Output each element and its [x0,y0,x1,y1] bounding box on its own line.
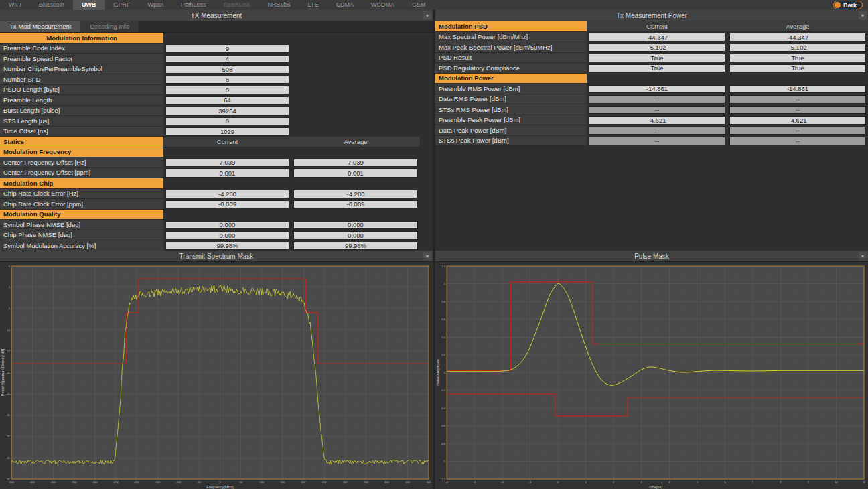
measurement-subtabs: Tx Mod MeasurementDecoding Info [0,21,433,33]
empty-cell [420,64,433,75]
chevron-down-icon: ▼ [861,13,865,18]
empty-cell [420,210,433,220]
row-label: Max Peak Spectral Power [dBm/50MHz] [435,42,587,53]
row-label: Preamble Code Index [0,44,163,54]
nav-tab-lte[interactable]: LTE [299,0,328,10]
row-label: Chip Rate Clock Error [Hz] [0,189,163,200]
svg-text:-3: -3 [474,480,476,484]
empty-cell [420,137,433,147]
svg-text:0.8: 0.8 [441,300,445,303]
empty-cell [291,127,420,137]
svg-text:0.4: 0.4 [441,336,445,339]
svg-text:450: 450 [406,480,411,484]
svg-text:-0.6: -0.6 [441,424,446,427]
row-label: Center Frequency Offset [Hz] [0,157,163,168]
nav-tab-pathloss[interactable]: PathLoss [172,0,215,10]
empty-cell [420,44,433,54]
panel-collapse-button[interactable]: ▼ [859,252,867,260]
value-cell-average: 0.001 [293,169,418,178]
value-cell: 0 [165,86,289,94]
svg-text:0.6: 0.6 [441,318,445,321]
svg-text:7: 7 [752,480,754,484]
svg-text:-15: -15 [6,350,11,353]
svg-text:5: 5 [9,265,11,268]
svg-text:0: 0 [557,480,559,484]
empty-cell [163,33,291,44]
svg-text:0: 0 [444,371,446,374]
empty-cell [420,95,433,106]
empty-cell [420,199,433,210]
empty-cell [420,74,433,85]
svg-text:-25: -25 [6,392,11,395]
svg-text:150: 150 [281,480,285,484]
svg-text:-30: -30 [6,413,11,417]
section-label: Statics [0,137,163,147]
panel-collapse-button[interactable]: ▼ [859,11,867,19]
chart-grid [11,266,429,479]
empty-cell [420,240,433,251]
empty-cell [291,178,420,189]
chevron-down-icon: ▼ [425,254,430,259]
row-label: STS Length [us] [0,116,163,127]
value-cell-current: 99.98% [165,242,289,251]
empty-cell [420,189,433,200]
y-axis-label: Power Spectrum Density[dB] [1,348,5,396]
row-label: PSDU Length [byte] [0,85,163,96]
empty-cell [420,54,433,64]
row-label: Preamble Length [0,95,163,106]
empty-cell [163,178,291,189]
pulse-chart-canvas[interactable]: -4-3-2-1012345678910111.210.80.60.40.20-… [435,262,868,489]
row-label: Data Peak Power [dBm] [435,125,587,136]
panel-collapse-button[interactable]: ▼ [423,252,431,260]
column-header-current: Current [587,21,727,32]
tab-tx-mod-measurement[interactable]: Tx Mod Measurement [0,21,80,32]
value-cell-average: -5.102 [729,44,866,52]
x-axis-label: Time[ns] [648,485,662,489]
panel-collapse-button[interactable]: ▼ [423,11,431,19]
value-cell-current: True [589,54,725,62]
nav-tab-uwb[interactable]: UWB [73,0,105,10]
svg-text:-10: -10 [6,328,11,332]
svg-text:100: 100 [259,480,264,484]
value-cell-average: -0.009 [293,200,418,209]
value-cell: 39264 [165,107,289,115]
value-cell-average: -- [729,95,866,104]
value-cell-current: -5.102 [589,44,725,52]
value-cell-current: -44.347 [589,33,725,42]
row-label: Chip Phase NMSE [deg] [0,230,163,241]
theme-toggle[interactable]: Dark [833,1,863,9]
value-cell-average: 99.98% [293,242,418,251]
value-cell-average: -4.280 [293,190,418,198]
nav-tab-cdma[interactable]: CDMA [328,0,363,10]
spectrum-chart-canvas[interactable]: -500-450-400-350-300-250-200-150-100-500… [0,262,433,489]
tab-decoding-info[interactable]: Decoding Info [80,21,139,32]
row-label: Preamble Peak Power [dBm] [435,115,587,126]
row-label: Data RMS Power [dBm] [435,94,587,105]
nav-tab-gprf[interactable]: GPRF [105,0,139,10]
nav-tab-sparklink[interactable]: SparkLink [215,0,259,10]
value-cell-current: -4.621 [589,116,725,125]
nav-tab-wifi[interactable]: WIFI [0,0,30,10]
value-cell-current: -4.280 [165,190,289,198]
empty-cell [291,85,420,96]
svg-text:0.2: 0.2 [441,353,445,356]
svg-text:-2: -2 [501,480,504,484]
value-cell: 1029 [165,127,289,136]
svg-text:11: 11 [863,480,866,484]
svg-text:-1: -1 [443,460,445,463]
svg-text:-4: -4 [445,480,448,484]
nav-tab-bluetooth[interactable]: Bluetooth [30,0,73,10]
empty-cell [291,33,420,44]
panel-title: Tx Measurement Power [616,12,687,19]
nav-tab-wpan[interactable]: Wpan [139,0,173,10]
nav-tab-wcdma[interactable]: WCDMA [362,0,403,10]
section-label: Modulation Information [0,33,163,44]
nav-tab-gsm[interactable]: GSM [403,0,435,10]
row-label: Time Offset [ns] [0,127,163,137]
nav-tab-nrsub6[interactable]: NRSub6 [259,0,299,10]
y-axis-label: Pulse Amplitude [436,359,440,385]
section-label: Modulation Power [435,74,587,84]
value-cell-current: -14.861 [589,85,725,94]
pulse-mask-panel: Pulse Mask ▼ -4-3-2-1012345678910111.210… [435,251,868,489]
value-cell-current: -- [589,127,725,135]
